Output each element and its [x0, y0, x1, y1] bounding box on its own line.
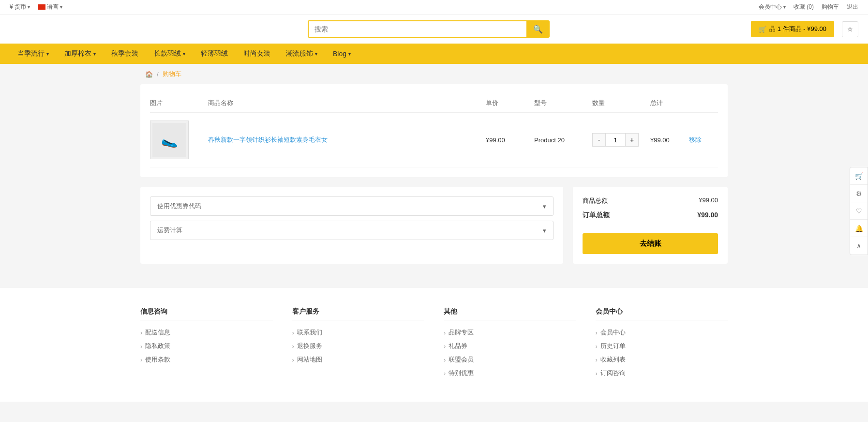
- order-total-label: 订单总额: [583, 211, 610, 220]
- search-icon: 🔍: [533, 25, 543, 33]
- breadcrumb: 🏠 / 购物车: [0, 64, 868, 84]
- home-icon[interactable]: 🏠: [145, 71, 153, 78]
- sidebar-icon-2[interactable]: ♡: [850, 202, 868, 220]
- shipping-button[interactable]: 运费计算 ▾: [150, 221, 554, 240]
- footer-link[interactable]: 订阅咨询: [596, 369, 728, 377]
- sidebar-icon-1[interactable]: ⚙: [850, 185, 868, 202]
- remove-button[interactable]: 移除: [689, 136, 702, 143]
- footer: 信息咨询配送信息隐私政策使用条款客户服务联系我们退换服务网站地图其他品牌专区礼品…: [0, 288, 868, 402]
- nav-chevron-icon: ▾: [46, 51, 49, 57]
- nav-item-轻薄羽绒[interactable]: 轻薄羽绒: [193, 44, 236, 64]
- breadcrumb-separator: /: [157, 71, 159, 78]
- footer-link[interactable]: 收藏列表: [596, 355, 728, 364]
- shipping-label: 运费计算: [157, 226, 182, 235]
- nav-item-当季流行[interactable]: 当季流行▾: [10, 44, 57, 64]
- footer-grid: 信息咨询配送信息隐私政策使用条款客户服务联系我们退换服务网站地图其他品牌专区礼品…: [140, 307, 728, 382]
- footer-col-title: 会员中心: [596, 307, 728, 320]
- star-icon: ☆: [847, 26, 853, 33]
- cart-summary-button[interactable]: 🛒 品 1 件商品 - ¥99.00: [751, 21, 834, 37]
- col-image: 图片: [150, 99, 208, 107]
- product-remove-cell: 移除: [689, 136, 718, 144]
- search-container: 🔍: [308, 20, 550, 38]
- product-thumbnail: 🥿: [152, 123, 186, 157]
- nav-chevron-icon: ▾: [183, 51, 185, 57]
- qty-increase-button[interactable]: +: [625, 133, 639, 147]
- cart-bottom: 使用优惠券代码 ▾ 运费计算 ▾ 商品总额 ¥99.00 订单总额 ¥99.00…: [140, 187, 728, 264]
- footer-col: 客户服务联系我们退换服务网站地图: [292, 307, 425, 382]
- footer-link[interactable]: 特别优惠: [444, 369, 576, 377]
- language-label: 语言: [47, 3, 59, 11]
- nav-item-时尚女装[interactable]: 时尚女装: [236, 44, 278, 64]
- sidebar-icon-4[interactable]: ∧: [850, 237, 868, 255]
- col-name: 商品名称: [208, 99, 486, 107]
- col-model: 型号: [534, 99, 592, 107]
- header-right: 🛒 品 1 件商品 - ¥99.00 ☆: [751, 21, 858, 37]
- currency-label: ¥ 货币: [10, 3, 26, 11]
- search-input[interactable]: [308, 20, 526, 38]
- footer-link[interactable]: 品牌专区: [444, 328, 576, 337]
- search-button[interactable]: 🔍: [526, 20, 550, 38]
- product-image: 🥿: [150, 121, 189, 159]
- product-name-cell: 春秋新款一字领针织衫长袖短款素身毛衣女: [208, 136, 486, 144]
- coupon-button[interactable]: 使用优惠券代码 ▾: [150, 196, 554, 216]
- product-price-cell: ¥99.00: [486, 136, 534, 144]
- subtotal-row: 商品总额 ¥99.00: [583, 196, 718, 205]
- sidebar-icons: 🛒⚙♡🔔∧: [850, 167, 868, 255]
- sidebar-icon-3[interactable]: 🔔: [850, 220, 868, 237]
- currency-selector[interactable]: ¥ 货币 ▾: [10, 3, 30, 11]
- nav-chevron-icon: ▾: [348, 51, 351, 57]
- header: 🔍 🛒 品 1 件商品 - ¥99.00 ☆: [0, 15, 868, 44]
- product-total-cell: ¥99.00: [650, 136, 689, 144]
- col-qty: 数量: [592, 99, 650, 107]
- member-center-link[interactable]: 会员中心 ▾: [759, 3, 786, 11]
- wishlist-button[interactable]: ☆: [842, 21, 858, 37]
- subtotal-value: ¥99.00: [699, 196, 718, 205]
- nav-item-潮流服饰[interactable]: 潮流服饰▾: [278, 44, 325, 64]
- footer-col: 信息咨询配送信息隐私政策使用条款: [140, 307, 273, 382]
- main-content: 图片 商品名称 单价 型号 数量 总计 🥿 春秋新款一字领针织衫长袖短款素身毛衣…: [0, 84, 868, 278]
- footer-link[interactable]: 退换服务: [292, 342, 425, 350]
- footer-col-title: 其他: [444, 307, 576, 320]
- footer-link[interactable]: 网站地图: [292, 355, 425, 364]
- footer-link[interactable]: 使用条款: [140, 355, 273, 364]
- product-image-cell: 🥿: [150, 121, 208, 159]
- coupon-label: 使用优惠券代码: [157, 202, 201, 211]
- nav-item-Blog[interactable]: Blog▾: [325, 44, 359, 63]
- qty-decrease-button[interactable]: -: [592, 133, 606, 147]
- footer-link[interactable]: 联系我们: [292, 328, 425, 337]
- favorites-link[interactable]: 收藏 (0): [793, 3, 814, 11]
- cart-link[interactable]: 购物车: [822, 3, 839, 11]
- flag-icon: [38, 4, 45, 10]
- cart-summary-text: 品 1 件商品 - ¥99.00: [769, 25, 826, 33]
- product-qty-cell: - +: [592, 133, 650, 147]
- currency-chevron-icon: ▾: [28, 4, 30, 10]
- language-chevron-icon: ▾: [60, 4, 62, 10]
- footer-link[interactable]: 隐私政策: [140, 342, 273, 350]
- coupon-section: 使用优惠券代码 ▾ 运费计算 ▾: [140, 187, 563, 264]
- footer-link[interactable]: 联盟会员: [444, 355, 576, 364]
- coupon-chevron-icon: ▾: [543, 203, 546, 210]
- product-link[interactable]: 春秋新款一字领针织衫长袖短款素身毛衣女: [208, 136, 328, 143]
- footer-link[interactable]: 会员中心: [596, 328, 728, 337]
- main-nav: 当季流行▾加厚棉衣▾秋季套装长款羽绒▾轻薄羽绒时尚女装潮流服饰▾Blog▾: [0, 44, 868, 64]
- checkout-button[interactable]: 去结账: [583, 233, 718, 254]
- nav-item-秋季套装[interactable]: 秋季套装: [104, 44, 146, 64]
- table-row: 🥿 春秋新款一字领针织衫长袖短款素身毛衣女 ¥99.00 Product 20 …: [150, 113, 718, 167]
- language-selector[interactable]: 语言 ▾: [38, 3, 62, 11]
- cart-table: 图片 商品名称 单价 型号 数量 总计 🥿 春秋新款一字领针织衫长袖短款素身毛衣…: [140, 84, 728, 177]
- nav-item-长款羽绒[interactable]: 长款羽绒▾: [146, 44, 193, 64]
- footer-link[interactable]: 礼品券: [444, 342, 576, 350]
- order-total-row: 订单总额 ¥99.00: [583, 211, 718, 220]
- nav-chevron-icon: ▾: [93, 51, 96, 57]
- logout-link[interactable]: 退出: [847, 3, 858, 11]
- footer-col-title: 信息咨询: [140, 307, 273, 320]
- sidebar-icon-0[interactable]: 🛒: [850, 167, 868, 185]
- footer-col: 会员中心会员中心历史订单收藏列表订阅咨询: [596, 307, 728, 382]
- breadcrumb-current: 购物车: [163, 70, 181, 78]
- nav-item-加厚棉衣[interactable]: 加厚棉衣▾: [57, 44, 104, 64]
- qty-input[interactable]: [606, 133, 625, 147]
- quantity-control: - +: [592, 133, 650, 147]
- footer-link[interactable]: 历史订单: [596, 342, 728, 350]
- footer-link[interactable]: 配送信息: [140, 328, 273, 337]
- footer-col-title: 客户服务: [292, 307, 425, 320]
